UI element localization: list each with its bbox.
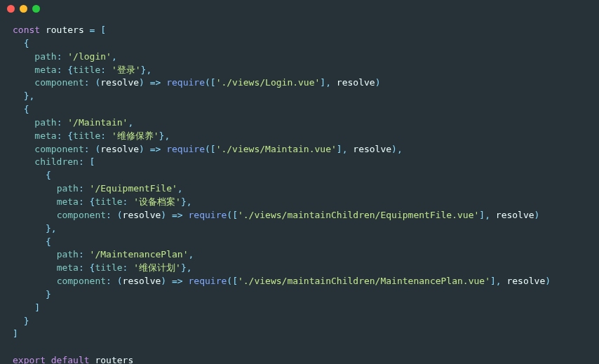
param-resolve: resolve bbox=[100, 77, 139, 88]
prop-component: component bbox=[34, 144, 83, 154]
paren-open: ( bbox=[205, 77, 210, 88]
keyword-export: export bbox=[13, 355, 46, 364]
prop-path: path bbox=[57, 249, 79, 259]
paren-close: ) bbox=[139, 77, 144, 88]
keyword-default: default bbox=[51, 355, 90, 364]
colon: : bbox=[57, 65, 62, 75]
colon: : bbox=[79, 196, 84, 207]
prop-children: children bbox=[34, 156, 79, 167]
param-resolve: resolve bbox=[100, 144, 139, 154]
paren-close: ) bbox=[375, 77, 381, 88]
comma: , bbox=[187, 262, 192, 273]
comma: , bbox=[177, 183, 183, 194]
comma: , bbox=[128, 117, 133, 128]
colon: : bbox=[106, 276, 112, 286]
arrow: => bbox=[150, 144, 161, 154]
param-resolve: resolve bbox=[123, 276, 161, 286]
string-path: '/EquipmentFile' bbox=[90, 183, 177, 194]
colon: : bbox=[84, 144, 90, 154]
arg-resolve: resolve bbox=[353, 144, 391, 154]
code-block: const routers = [ { path: '/login', meta… bbox=[0, 17, 599, 364]
brace-open: { bbox=[24, 38, 29, 48]
brace-open: { bbox=[46, 236, 51, 247]
prop-title: title bbox=[73, 130, 100, 141]
prop-component: component bbox=[57, 276, 106, 286]
colon: : bbox=[79, 183, 84, 194]
param-resolve: resolve bbox=[123, 210, 161, 220]
prop-meta: meta bbox=[34, 65, 56, 75]
paren-open: ( bbox=[117, 210, 123, 220]
brace-open: { bbox=[67, 130, 73, 141]
colon: : bbox=[106, 210, 112, 220]
colon: : bbox=[100, 65, 106, 75]
colon: : bbox=[57, 117, 62, 128]
prop-path: path bbox=[34, 51, 56, 62]
fn-require: require bbox=[166, 77, 205, 88]
prop-meta: meta bbox=[57, 262, 79, 273]
bracket-open: [ bbox=[90, 156, 95, 167]
comma: , bbox=[342, 144, 348, 154]
prop-meta: meta bbox=[57, 196, 79, 207]
bracket-close: ] bbox=[490, 276, 496, 286]
prop-meta: meta bbox=[34, 130, 56, 141]
string-reqarg: './views/Login.vue' bbox=[216, 77, 321, 88]
string-title: '维保计划' bbox=[133, 262, 181, 273]
comma: , bbox=[112, 51, 117, 62]
brace-close: } bbox=[24, 316, 29, 326]
string-reqarg: './views/maintainChildren/MaintenancePla… bbox=[238, 276, 490, 286]
bracket-close: ] bbox=[13, 328, 18, 339]
bracket-open: [ bbox=[232, 276, 238, 286]
paren-close: ) bbox=[161, 276, 166, 286]
string-path: '/MaintenancePlan' bbox=[90, 249, 189, 259]
identifier-routers: routers bbox=[95, 355, 133, 364]
prop-title: title bbox=[95, 262, 122, 273]
string-title: '登录' bbox=[112, 65, 141, 75]
fn-require: require bbox=[189, 210, 227, 220]
brace-close: } bbox=[181, 196, 187, 207]
paren-close: ) bbox=[161, 210, 166, 220]
arg-resolve: resolve bbox=[506, 276, 545, 286]
colon: : bbox=[100, 130, 106, 141]
colon: : bbox=[57, 51, 62, 62]
paren-close: ) bbox=[534, 210, 540, 220]
brace-close: } bbox=[181, 262, 187, 273]
identifier-routers: routers bbox=[46, 25, 84, 35]
close-icon[interactable] bbox=[7, 5, 15, 13]
paren-open: ( bbox=[227, 276, 232, 286]
colon: : bbox=[79, 249, 84, 259]
fn-require: require bbox=[166, 144, 205, 154]
colon: : bbox=[57, 130, 62, 141]
prop-component: component bbox=[57, 210, 106, 220]
paren-close: ) bbox=[139, 144, 144, 154]
arrow: => bbox=[172, 276, 183, 286]
brace-open: { bbox=[46, 170, 51, 180]
bracket-close: ] bbox=[34, 302, 40, 313]
colon: : bbox=[79, 156, 84, 167]
bracket-close: ] bbox=[320, 77, 325, 88]
maximize-icon[interactable] bbox=[32, 5, 40, 13]
prop-path: path bbox=[34, 117, 56, 128]
bracket-open: [ bbox=[100, 25, 106, 35]
comma: , bbox=[164, 130, 170, 141]
paren-close: ) bbox=[391, 144, 397, 154]
colon: : bbox=[84, 77, 90, 88]
comma: , bbox=[146, 65, 152, 75]
brace-open: { bbox=[24, 104, 29, 114]
comma: , bbox=[29, 90, 34, 101]
string-reqarg: './views/maintainChildren/EquipmentFile.… bbox=[238, 210, 479, 220]
comma: , bbox=[187, 196, 192, 207]
comma: , bbox=[496, 276, 502, 286]
string-title: '维修保养' bbox=[112, 130, 159, 141]
paren-open: ( bbox=[117, 276, 123, 286]
paren-open: ( bbox=[205, 144, 210, 154]
code-window: const routers = [ { path: '/login', meta… bbox=[0, 0, 599, 364]
brace-open: { bbox=[67, 65, 73, 75]
colon: : bbox=[123, 262, 128, 273]
bracket-open: [ bbox=[210, 77, 216, 88]
comma: , bbox=[51, 223, 57, 234]
minimize-icon[interactable] bbox=[20, 5, 27, 13]
string-path: '/login' bbox=[67, 51, 112, 62]
paren-close: ) bbox=[545, 276, 551, 286]
arg-resolve: resolve bbox=[337, 77, 375, 88]
prop-component: component bbox=[34, 77, 83, 88]
